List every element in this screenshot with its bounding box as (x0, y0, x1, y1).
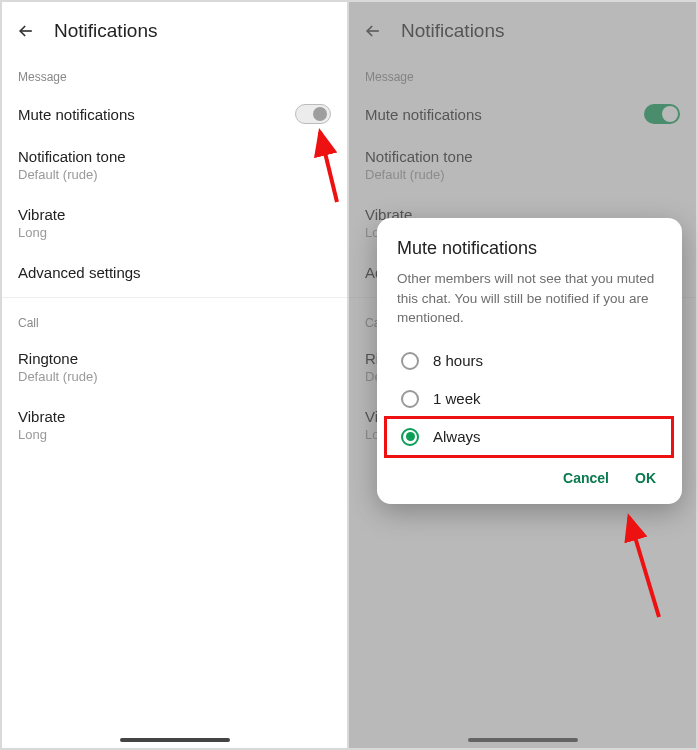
tone-label: Notification tone (18, 148, 126, 165)
page-title: Notifications (54, 20, 158, 42)
ringtone-label: Ringtone (18, 350, 78, 367)
tone-value: Default (rude) (365, 167, 444, 182)
radio-label: 1 week (433, 390, 481, 407)
row-vibrate-call[interactable]: Vibrate Long (2, 396, 347, 454)
annotation-arrow-right (599, 507, 689, 627)
radio-label: Always (433, 428, 481, 445)
svg-line-1 (629, 517, 659, 617)
radio-icon (401, 428, 419, 446)
row-ringtone[interactable]: Ringtone Default (rude) (2, 338, 347, 396)
ok-button[interactable]: OK (635, 470, 656, 486)
vibrate-value: Long (18, 225, 47, 240)
page-title: Notifications (401, 20, 505, 42)
vibrate-call-label: Vibrate (18, 408, 65, 425)
row-vibrate-message[interactable]: Vibrate Long (2, 194, 347, 252)
section-label-message: Message (2, 56, 347, 92)
tone-value: Default (rude) (18, 167, 97, 182)
header: Notifications (2, 2, 347, 56)
radio-option-always[interactable]: Always (397, 418, 662, 456)
radio-label: 8 hours (433, 352, 483, 369)
advanced-label: Advanced settings (18, 264, 141, 281)
header: Notifications (349, 2, 696, 56)
ringtone-value: Default (rude) (18, 369, 97, 384)
back-arrow-icon[interactable] (16, 21, 36, 41)
back-arrow-icon[interactable] (363, 21, 383, 41)
screen-notifications-left: Notifications Message Mute notifications… (2, 2, 349, 748)
nav-handle[interactable] (120, 738, 230, 742)
dialog-body: Other members will not see that you mute… (397, 269, 662, 328)
radio-option-1week[interactable]: 1 week (397, 380, 662, 418)
mute-switch[interactable] (295, 104, 331, 124)
nav-handle[interactable] (468, 738, 578, 742)
row-notification-tone[interactable]: Notification tone Default (rude) (349, 136, 696, 194)
row-notification-tone[interactable]: Notification tone Default (rude) (2, 136, 347, 194)
section-label-call: Call (2, 302, 347, 338)
mute-label: Mute notifications (18, 106, 135, 123)
mute-dialog: Mute notifications Other members will no… (377, 218, 682, 504)
dialog-actions: Cancel OK (397, 456, 662, 492)
row-mute-notifications[interactable]: Mute notifications (349, 92, 696, 136)
radio-icon (401, 352, 419, 370)
vibrate-label: Vibrate (18, 206, 65, 223)
row-mute-notifications[interactable]: Mute notifications (2, 92, 347, 136)
section-label-message: Message (349, 56, 696, 92)
screen-notifications-right: Notifications Message Mute notifications… (349, 2, 696, 748)
radio-option-8hours[interactable]: 8 hours (397, 342, 662, 380)
mute-label: Mute notifications (365, 106, 482, 123)
vibrate-call-value: Long (18, 427, 47, 442)
tone-label: Notification tone (365, 148, 473, 165)
mute-switch[interactable] (644, 104, 680, 124)
row-advanced-settings[interactable]: Advanced settings (2, 252, 347, 293)
divider (2, 297, 347, 298)
radio-icon (401, 390, 419, 408)
cancel-button[interactable]: Cancel (563, 470, 609, 486)
dialog-title: Mute notifications (397, 238, 662, 259)
